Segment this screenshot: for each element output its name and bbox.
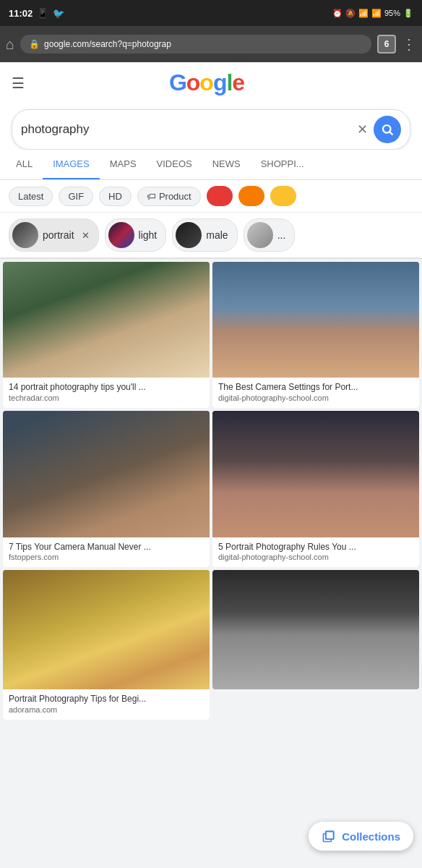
url-text: google.com/search?q=photograp: [44, 39, 171, 49]
suggestion-extra[interactable]: ...: [244, 218, 296, 252]
suggestion-male-thumb: [176, 222, 202, 248]
hamburger-menu[interactable]: ☰: [12, 75, 25, 92]
suggestion-portrait[interactable]: portrait ✕: [9, 218, 99, 252]
color-filter-orange[interactable]: [238, 186, 264, 206]
image-thumb-1: [212, 262, 419, 378]
more-icon[interactable]: ⋮: [402, 35, 416, 53]
filter-product[interactable]: 🏷 Product: [137, 187, 201, 206]
alarm-icon: ⏰: [332, 9, 343, 18]
image-source-1: digital-photography-school.com: [218, 393, 413, 407]
suggestion-portrait-thumb: [12, 222, 38, 248]
suggestion-portrait-label: portrait: [43, 229, 74, 241]
browser-bar: ⌂ 🔒 google.com/search?q=photograp 6 ⋮: [0, 26, 422, 62]
suggestion-light-label: light: [139, 229, 158, 241]
image-thumb-5: [212, 570, 419, 689]
signal-icon: 📶: [371, 9, 382, 18]
image-caption-1: The Best Camera Settings for Port... dig…: [212, 378, 419, 408]
filter-gif[interactable]: GIF: [59, 187, 93, 206]
search-box-area: ✕: [0, 103, 422, 150]
google-header: ☰ Google: [0, 62, 422, 103]
image-title-2: 7 Tips Your Camera Manual Never ...: [9, 542, 204, 553]
twitter-icon: 🐦: [53, 8, 64, 19]
suggestion-male[interactable]: male: [172, 218, 237, 252]
filter-hd-label: HD: [108, 191, 122, 202]
image-thumb-0: [3, 262, 210, 378]
suggestion-light[interactable]: light: [105, 218, 167, 252]
images-grid: 14 portrait photography tips you'll ... …: [0, 259, 422, 723]
tab-news[interactable]: NEWS: [202, 150, 251, 179]
images-col-right: The Best Camera Settings for Port... dig…: [212, 262, 419, 720]
whatsapp-icon: 📱: [37, 8, 48, 19]
image-caption-4: Portrait Photography Tips for Begi... ad…: [3, 689, 210, 720]
filter-latest-label: Latest: [18, 191, 43, 202]
home-icon[interactable]: ⌂: [6, 36, 14, 53]
image-thumb-3: [212, 411, 419, 537]
wifi-icon: 📶: [358, 9, 369, 18]
tab-videos[interactable]: VIDEOS: [147, 150, 202, 179]
image-card-2[interactable]: 7 Tips Your Camera Manual Never ... fsto…: [3, 411, 210, 568]
url-bar[interactable]: 🔒 google.com/search?q=photograp: [20, 35, 371, 54]
lock-icon: 🔒: [29, 39, 40, 49]
status-right: ⏰ 🔕 📶 📶 95% 🔋: [332, 9, 413, 18]
filter-bar: Latest GIF HD 🏷 Product: [0, 180, 422, 213]
image-source-2: fstoppers.com: [9, 553, 204, 566]
image-title-0: 14 portrait photography tips you'll ...: [9, 382, 204, 393]
image-title-4: Portrait Photography Tips for Begi...: [9, 694, 204, 705]
image-caption-2: 7 Tips Your Camera Manual Never ... fsto…: [3, 537, 210, 568]
url-path: /search?q=photograp: [89, 39, 171, 49]
image-source-3: digital-photography-school.com: [218, 553, 413, 566]
svg-point-0: [383, 125, 391, 133]
image-title-3: 5 Portrait Photography Rules You ...: [218, 542, 413, 553]
search-tabs: ALL IMAGES MAPS VIDEOS NEWS SHOPPI...: [0, 150, 422, 180]
battery: 95%: [384, 9, 400, 17]
tab-images[interactable]: IMAGES: [43, 150, 100, 179]
filter-latest[interactable]: Latest: [9, 187, 53, 206]
image-source-4: adorama.com: [9, 705, 204, 718]
image-caption-0: 14 portrait photography tips you'll ... …: [3, 378, 210, 408]
image-source-0: techradar.com: [9, 393, 204, 407]
search-box[interactable]: ✕: [12, 109, 410, 150]
tab-count[interactable]: 6: [377, 35, 396, 54]
time: 11:02: [9, 8, 33, 19]
battery-icon: 🔋: [403, 9, 413, 18]
image-caption-3: 5 Portrait Photography Rules You ... dig…: [212, 537, 419, 568]
search-button[interactable]: [374, 116, 401, 143]
clear-search-icon[interactable]: ✕: [357, 122, 368, 137]
search-icon: [381, 123, 394, 136]
image-title-1: The Best Camera Settings for Port...: [218, 382, 413, 393]
filter-gif-label: GIF: [68, 191, 84, 202]
suggestion-male-label: male: [206, 229, 228, 241]
images-col-left: 14 portrait photography tips you'll ... …: [3, 262, 210, 720]
google-logo: Google: [169, 69, 244, 96]
image-thumb-4: [3, 570, 210, 689]
suggestion-extra-label: ...: [277, 229, 286, 241]
tab-shopping[interactable]: SHOPPI...: [251, 150, 314, 179]
suggestion-portrait-close[interactable]: ✕: [82, 230, 90, 241]
status-bar: 11:02 📱 🐦 ⏰ 🔕 📶 📶 95% 🔋: [0, 0, 422, 26]
status-left: 11:02 📱 🐦: [9, 8, 64, 19]
color-filter-yellow[interactable]: [270, 186, 296, 206]
suggestion-extra-thumb: [247, 222, 273, 248]
url-domain: google.com: [44, 39, 89, 49]
color-filter-red[interactable]: [207, 186, 233, 206]
image-thumb-2: [3, 411, 210, 537]
image-card-5[interactable]: [212, 570, 419, 689]
tag-icon: 🏷: [147, 191, 156, 202]
tab-all[interactable]: ALL: [6, 150, 43, 179]
filter-product-label: Product: [159, 191, 191, 202]
suggestions-row: portrait ✕ light male ...: [0, 213, 422, 259]
suggestion-light-thumb: [108, 222, 134, 248]
mute-icon: 🔕: [345, 9, 356, 18]
image-card-0[interactable]: 14 portrait photography tips you'll ... …: [3, 262, 210, 408]
image-card-3[interactable]: 5 Portrait Photography Rules You ... dig…: [212, 411, 419, 568]
image-card-4[interactable]: Portrait Photography Tips for Begi... ad…: [3, 570, 210, 720]
image-card-1[interactable]: The Best Camera Settings for Port... dig…: [212, 262, 419, 408]
svg-line-1: [389, 132, 392, 135]
filter-hd[interactable]: HD: [99, 187, 132, 206]
tab-maps[interactable]: MAPS: [100, 150, 147, 179]
search-input[interactable]: [21, 122, 357, 137]
